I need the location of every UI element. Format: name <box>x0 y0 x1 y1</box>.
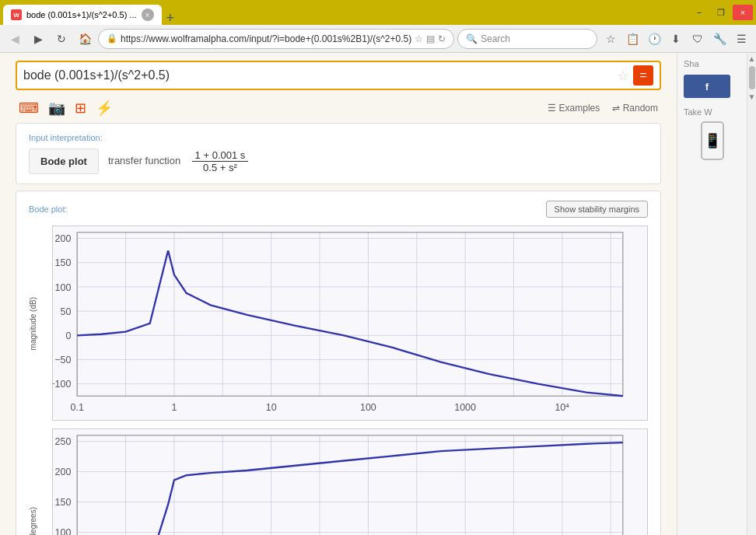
svg-text:200: 200 <box>55 233 72 244</box>
address-text: https://www.wolframalpha.com/input/?i=bo… <box>121 33 415 44</box>
wa-search-input[interactable] <box>23 68 618 82</box>
svg-text:10: 10 <box>266 402 277 413</box>
phase-plot-wrapper: phase (degrees) <box>29 428 648 535</box>
shield-nav-button[interactable]: 🛡 <box>688 29 708 49</box>
main-content: ☆ = ⌨ 📷 ⊞ ⚡ ☰ Examples ⇌ Random <box>0 53 677 535</box>
menu-nav-button[interactable]: ☰ <box>731 29 751 49</box>
input-interpretation-title: Input interpretation: <box>29 133 648 142</box>
new-tab-button[interactable]: + <box>162 11 180 25</box>
svg-text:0.1: 0.1 <box>71 402 84 413</box>
svg-text:−50: −50 <box>54 355 71 365</box>
tab-area: W bode (0.001s+1)/(s^2+0.5) ... × + <box>3 0 689 25</box>
clipboard-nav-button[interactable]: 📋 <box>622 29 642 49</box>
wa-star-icon[interactable]: ☆ <box>618 68 628 83</box>
bookmark-icon[interactable]: ☆ <box>415 33 423 44</box>
bode-plots: magnitude (dB) <box>29 226 648 535</box>
wa-toolbar-right: ☰ Examples ⇌ Random <box>548 103 658 114</box>
reader-icon[interactable]: ▤ <box>426 33 435 44</box>
svg-text:1000: 1000 <box>454 402 476 413</box>
address-icons: ☆ ▤ ↻ <box>415 33 446 44</box>
nav-icons-right: ☆ 📋 🕐 ⬇ 🛡 🔧 ☰ <box>600 29 751 49</box>
wa-toolbar-left: ⌨ 📷 ⊞ ⚡ <box>19 100 113 117</box>
search-green-icon: 🔍 <box>466 33 478 44</box>
address-bar[interactable]: 🔒 https://www.wolframalpha.com/input/?i=… <box>98 29 454 49</box>
description-text: transfer function <box>108 155 180 166</box>
wa-search-box[interactable]: ☆ = <box>16 61 661 90</box>
scrollbar-right[interactable]: ▲ ▼ <box>747 53 756 535</box>
reload-button[interactable]: ↻ <box>51 29 72 49</box>
scroll-thumb-vertical[interactable] <box>749 66 755 89</box>
transfer-function-fraction: 1 + 0.001 s 0.5 + s² <box>192 149 249 173</box>
tab-title: bode (0.001s+1)/(s^2+0.5) ... <box>26 10 137 19</box>
grid-icon[interactable]: ⊞ <box>75 100 86 117</box>
svg-text:150: 150 <box>55 257 72 268</box>
magnitude-plot-wrapper: magnitude (dB) <box>29 226 648 421</box>
phase-ylabel: phase (degrees) <box>29 507 52 535</box>
camera-icon[interactable]: 📷 <box>48 100 65 117</box>
window-controls: − ❐ × <box>689 5 753 20</box>
examples-menu-item[interactable]: ☰ Examples <box>548 103 600 114</box>
download-nav-button[interactable]: ⬇ <box>666 29 686 49</box>
magnitude-plot-area: 200 150 100 50 0 −50 −100 0.1 1 10 <box>52 226 648 421</box>
scroll-down-button[interactable]: ▼ <box>747 91 756 103</box>
back-button[interactable]: ◀ <box>5 29 25 49</box>
scroll-up-button[interactable]: ▲ <box>747 53 756 65</box>
denominator-text: 0.5 + s² <box>200 162 240 173</box>
facebook-button[interactable]: f <box>684 75 730 98</box>
minimize-button[interactable]: − <box>689 5 709 20</box>
svg-text:150: 150 <box>55 498 72 509</box>
search-bar[interactable]: 🔍 Search <box>457 29 597 49</box>
nav-bar: ◀ ▶ ↻ 🏠 🔒 https://www.wolframalpha.com/i… <box>0 25 756 53</box>
active-tab[interactable]: W bode (0.001s+1)/(s^2+0.5) ... × <box>3 5 162 25</box>
svg-text:100: 100 <box>55 282 72 293</box>
keyboard-icon[interactable]: ⌨ <box>19 100 39 117</box>
take-wolfram-text: Take W <box>684 107 740 117</box>
phase-plot-area: 250 200 150 100 50 0 0.1 1 10 100 <box>52 428 648 535</box>
wa-toolbar: ⌨ 📷 ⊞ ⚡ ☰ Examples ⇌ Random <box>0 100 677 123</box>
forward-button[interactable]: ▶ <box>28 29 48 49</box>
svg-text:250: 250 <box>55 437 72 448</box>
magnitude-svg: 200 150 100 50 0 −50 −100 0.1 1 10 <box>52 226 648 421</box>
home-button[interactable]: 🏠 <box>75 29 95 49</box>
svg-text:10⁴: 10⁴ <box>555 402 569 413</box>
secure-icon: 🔒 <box>107 33 117 44</box>
lightning-icon[interactable]: ⚡ <box>96 100 113 117</box>
wa-submit-button[interactable]: = <box>633 65 653 86</box>
wolfram-container: ☆ = ⌨ 📷 ⊞ ⚡ ☰ Examples ⇌ Random <box>0 53 677 535</box>
random-menu-item[interactable]: ⇌ Random <box>612 103 658 114</box>
bode-header: Bode plot: Show stability margins <box>29 201 648 218</box>
svg-text:−100: −100 <box>52 379 71 390</box>
search-box-area: ☆ = <box>0 61 677 100</box>
svg-text:50: 50 <box>61 306 72 317</box>
svg-text:0: 0 <box>65 330 71 341</box>
sidebar-share-text: Sha <box>684 59 740 68</box>
tab-close-button[interactable]: × <box>142 9 154 21</box>
phase-svg: 250 200 150 100 50 0 0.1 1 10 100 <box>52 428 648 535</box>
close-window-button[interactable]: × <box>733 5 753 20</box>
bode-plot-section: Bode plot: Show stability margins magnit… <box>16 191 661 535</box>
tab-favicon: W <box>11 9 22 20</box>
title-bar: W bode (0.001s+1)/(s^2+0.5) ... × + − ❐ … <box>0 0 756 25</box>
search-placeholder: Search <box>481 33 510 44</box>
tools-nav-button[interactable]: 🔧 <box>709 29 730 49</box>
interpretation-content: Bode plot transfer function 1 + 0.001 s … <box>29 149 648 174</box>
transfer-function-desc: transfer function 1 + 0.001 s 0.5 + s² <box>108 149 248 173</box>
right-sidebar: Sha f Take W 📱 <box>677 53 747 535</box>
numerator-text: 1 + 0.001 s <box>192 149 249 162</box>
phone-icon: 📱 <box>701 121 724 160</box>
star-nav-button[interactable]: ☆ <box>600 29 621 49</box>
svg-text:100: 100 <box>55 528 72 535</box>
magnitude-ylabel: magnitude (dB) <box>29 297 52 350</box>
clock-nav-button[interactable]: 🕐 <box>644 29 664 49</box>
restore-button[interactable]: ❐ <box>711 5 731 20</box>
browser-body: ☆ = ⌨ 📷 ⊞ ⚡ ☰ Examples ⇌ Random <box>0 53 756 535</box>
bode-section-title: Bode plot: <box>29 205 68 214</box>
input-interpretation-section: Input interpretation: Bode plot transfer… <box>16 123 661 184</box>
svg-text:1: 1 <box>171 402 177 413</box>
refresh-mini-icon[interactable]: ↻ <box>438 33 446 44</box>
svg-rect-0 <box>53 226 647 420</box>
svg-text:200: 200 <box>55 467 72 478</box>
stability-margins-button[interactable]: Show stability margins <box>546 201 648 218</box>
svg-text:100: 100 <box>360 402 376 413</box>
bode-plot-label: Bode plot <box>29 149 99 174</box>
